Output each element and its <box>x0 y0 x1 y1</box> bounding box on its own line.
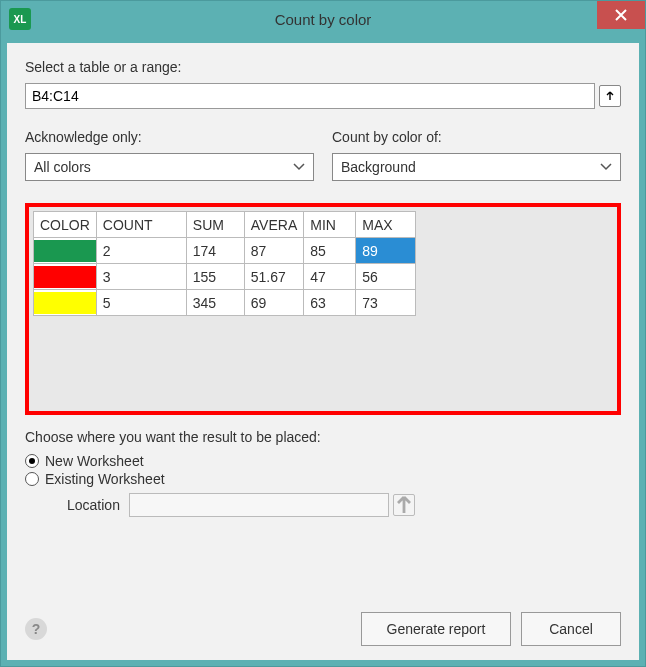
cell-sum[interactable]: 345 <box>186 290 244 316</box>
location-input <box>129 493 389 517</box>
titlebar: XL Count by color <box>1 1 645 37</box>
close-icon <box>615 9 627 21</box>
help-icon: ? <box>32 621 41 637</box>
cell-count[interactable]: 3 <box>96 264 186 290</box>
close-button[interactable] <box>597 1 645 29</box>
dialog-window: XL Count by color Select a table or a ra… <box>0 0 646 667</box>
cell-sum[interactable]: 155 <box>186 264 244 290</box>
header-sum[interactable]: SUM <box>186 212 244 238</box>
table-row[interactable]: 2174878589 <box>34 238 416 264</box>
radio-new-worksheet-label: New Worksheet <box>45 453 144 469</box>
app-icon: XL <box>9 8 31 30</box>
radio-icon <box>25 472 39 486</box>
radio-existing-worksheet[interactable]: Existing Worksheet <box>25 471 621 487</box>
cell-min[interactable]: 47 <box>304 264 356 290</box>
cell-sum[interactable]: 174 <box>186 238 244 264</box>
table-header-row: COLOR COUNT SUM AVERA MIN MAX <box>34 212 416 238</box>
range-input[interactable] <box>25 83 595 109</box>
header-max[interactable]: MAX <box>356 212 416 238</box>
count-by-select[interactable]: Background <box>332 153 621 181</box>
cell-min[interactable]: 85 <box>304 238 356 264</box>
cell-average[interactable]: 69 <box>244 290 303 316</box>
cell-count[interactable]: 5 <box>96 290 186 316</box>
result-table-highlight: COLOR COUNT SUM AVERA MIN MAX 2174878589… <box>25 203 621 415</box>
count-by-value: Background <box>341 159 416 175</box>
color-swatch <box>34 266 96 288</box>
header-min[interactable]: MIN <box>304 212 356 238</box>
cell-average[interactable]: 51.67 <box>244 264 303 290</box>
cell-color[interactable] <box>34 238 97 264</box>
cell-max[interactable]: 73 <box>356 290 416 316</box>
cell-count[interactable]: 2 <box>96 238 186 264</box>
acknowledge-label: Acknowledge only: <box>25 129 314 145</box>
cancel-button[interactable]: Cancel <box>521 612 621 646</box>
cell-min[interactable]: 63 <box>304 290 356 316</box>
location-label: Location <box>67 497 125 513</box>
cell-max[interactable]: 56 <box>356 264 416 290</box>
range-picker-button[interactable] <box>599 85 621 107</box>
radio-icon <box>25 454 39 468</box>
radio-existing-worksheet-label: Existing Worksheet <box>45 471 165 487</box>
help-button[interactable]: ? <box>25 618 47 640</box>
acknowledge-value: All colors <box>34 159 91 175</box>
table-row[interactable]: 5345696373 <box>34 290 416 316</box>
header-count[interactable]: COUNT <box>96 212 186 238</box>
range-label: Select a table or a range: <box>25 59 621 75</box>
arrow-up-icon <box>605 91 615 101</box>
cell-max[interactable]: 89 <box>356 238 416 264</box>
table-row[interactable]: 315551.674756 <box>34 264 416 290</box>
header-average[interactable]: AVERA <box>244 212 303 238</box>
window-title: Count by color <box>1 11 645 28</box>
color-swatch <box>34 240 96 262</box>
count-by-label: Count by color of: <box>332 129 621 145</box>
chevron-down-icon <box>600 163 612 171</box>
generate-report-button[interactable]: Generate report <box>361 612 511 646</box>
arrow-up-icon <box>394 495 414 515</box>
acknowledge-select[interactable]: All colors <box>25 153 314 181</box>
table-body: 2174878589315551.6747565345696373 <box>34 238 416 316</box>
cell-color[interactable] <box>34 290 97 316</box>
chevron-down-icon <box>293 163 305 171</box>
placement-label: Choose where you want the result to be p… <box>25 429 621 445</box>
color-swatch <box>34 292 96 314</box>
cell-average[interactable]: 87 <box>244 238 303 264</box>
dialog-content: Select a table or a range: Acknowledge o… <box>7 43 639 660</box>
result-table[interactable]: COLOR COUNT SUM AVERA MIN MAX 2174878589… <box>33 211 416 316</box>
header-color[interactable]: COLOR <box>34 212 97 238</box>
radio-new-worksheet[interactable]: New Worksheet <box>25 453 621 469</box>
location-picker-button <box>393 494 415 516</box>
cell-color[interactable] <box>34 264 97 290</box>
